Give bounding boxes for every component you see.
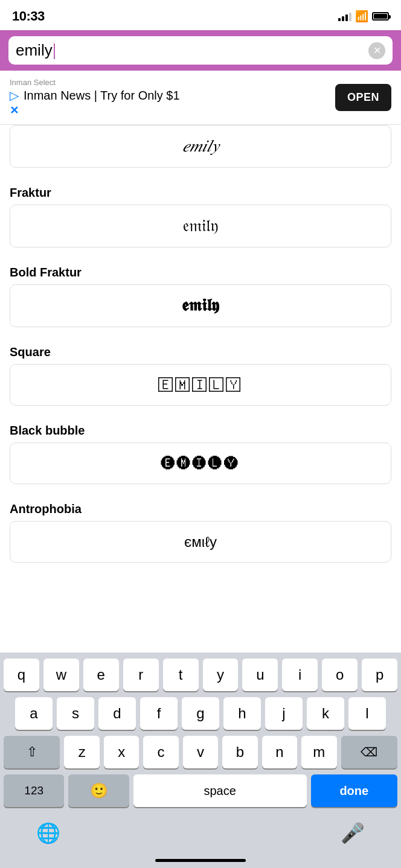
delete-icon: ⌫: [361, 745, 377, 759]
battery-icon: [372, 12, 389, 21]
font-section-square: Square 🄴🄼🄸🄻🅈: [0, 337, 401, 415]
key-p[interactable]: p: [362, 659, 397, 691]
ad-label: Inman Select: [10, 78, 335, 87]
key-k[interactable]: k: [307, 697, 344, 730]
font-label-fraktur: Fraktur: [10, 177, 391, 205]
key-t[interactable]: t: [163, 659, 199, 691]
font-label-bold-fraktur: Bold Fraktur: [10, 257, 391, 284]
bottom-bar: 🌐 🎤: [0, 815, 401, 857]
font-preview-bold-fraktur-text: 𝖊𝖒𝖎𝖑𝖞: [182, 296, 219, 314]
search-input-wrapper[interactable]: emily ✕: [8, 36, 393, 65]
font-label-antrophobia: Antrophobia: [10, 494, 391, 521]
key-d[interactable]: d: [98, 697, 136, 730]
font-preview-fraktur-text: 𝔢𝔪𝔦𝔩𝔶: [182, 216, 219, 235]
text-cursor: [54, 43, 55, 59]
home-indicator-wrapper: [0, 859, 401, 868]
font-preview-antrophobia[interactable]: ємιℓу: [10, 521, 391, 563]
key-shift[interactable]: ⇧: [4, 736, 60, 768]
ad-text: Inman News | Try for Only $1: [24, 89, 180, 103]
font-preview-antrophobia-text: ємιℓу: [184, 534, 217, 550]
key-z[interactable]: z: [64, 736, 99, 768]
font-section-antrophobia: Antrophobia ємιℓу: [0, 494, 401, 572]
font-preview-script[interactable]: 𝑒𝑚𝑖𝑙𝑦: [10, 125, 391, 168]
font-preview-square-text: 🄴🄼🄸🄻🅈: [158, 377, 243, 393]
keyboard: q w e r t y u i o p a s d f g h j k l ⇧: [0, 653, 401, 868]
font-label-square: Square: [10, 337, 391, 364]
key-q[interactable]: q: [4, 659, 39, 691]
key-done[interactable]: done: [311, 774, 397, 807]
key-g[interactable]: g: [182, 697, 219, 730]
key-delete[interactable]: ⌫: [341, 736, 397, 768]
key-u[interactable]: u: [242, 659, 278, 691]
status-time: 10:33: [12, 8, 45, 24]
key-e[interactable]: e: [83, 659, 119, 691]
key-n[interactable]: n: [262, 736, 297, 768]
keyboard-row-3: ⇧ z x c v b n m ⌫: [4, 736, 397, 768]
signal-bars-icon: [338, 11, 351, 21]
key-b[interactable]: b: [222, 736, 257, 768]
key-i[interactable]: i: [282, 659, 318, 691]
ad-open-button[interactable]: OPEN: [335, 84, 391, 111]
key-a[interactable]: a: [15, 697, 53, 730]
home-indicator: [155, 859, 246, 862]
microphone-icon[interactable]: 🎤: [341, 822, 365, 844]
close-ad-icon[interactable]: ✕: [10, 104, 335, 117]
font-preview-script-text: 𝑒𝑚𝑖𝑙𝑦: [182, 136, 219, 155]
key-c[interactable]: c: [143, 736, 178, 768]
key-x[interactable]: x: [104, 736, 139, 768]
keyboard-rows: q w e r t y u i o p a s d f g h j k l ⇧: [0, 653, 401, 815]
font-label-black-bubble: Black bubble: [10, 415, 391, 442]
keyboard-row-4: 123 🙂 space done: [4, 774, 397, 807]
font-section-script: 𝑒𝑚𝑖𝑙𝑦: [0, 125, 401, 177]
font-section-fraktur: Fraktur 𝔢𝔪𝔦𝔩𝔶: [0, 177, 401, 257]
key-m[interactable]: m: [301, 736, 336, 768]
font-section-bold-fraktur: Bold Fraktur 𝖊𝖒𝖎𝖑𝖞: [0, 257, 401, 337]
key-o[interactable]: o: [322, 659, 358, 691]
key-f[interactable]: f: [140, 697, 178, 730]
play-icon: ▷: [10, 88, 19, 103]
search-clear-button[interactable]: ✕: [368, 42, 385, 59]
key-y[interactable]: y: [203, 659, 239, 691]
key-s[interactable]: s: [57, 697, 94, 730]
key-r[interactable]: r: [123, 659, 159, 691]
wifi-icon: 📶: [355, 10, 368, 23]
keyboard-row-1: q w e r t y u i o p: [4, 659, 397, 691]
ad-content: Inman Select ▷ Inman News | Try for Only…: [10, 78, 335, 117]
shift-icon: ⇧: [27, 744, 37, 760]
ad-icon-text: ▷ Inman News | Try for Only $1: [10, 88, 335, 103]
status-bar: 10:33 📶: [0, 0, 401, 30]
ad-banner: Inman Select ▷ Inman News | Try for Only…: [0, 71, 401, 125]
status-icons: 📶: [338, 10, 389, 23]
font-preview-black-bubble-text: 🅔🅜🅘🅛🅨: [161, 455, 240, 471]
font-section-black-bubble: Black bubble 🅔🅜🅘🅛🅨: [0, 415, 401, 494]
key-numbers[interactable]: 123: [4, 774, 64, 807]
key-l[interactable]: l: [348, 697, 386, 730]
search-input[interactable]: emily: [16, 41, 368, 60]
font-preview-bold-fraktur[interactable]: 𝖊𝖒𝖎𝖑𝖞: [10, 284, 391, 327]
key-h[interactable]: h: [223, 697, 261, 730]
globe-icon[interactable]: 🌐: [36, 822, 60, 844]
search-bar: emily ✕: [0, 30, 401, 71]
key-space[interactable]: space: [133, 774, 307, 807]
key-v[interactable]: v: [183, 736, 218, 768]
font-preview-black-bubble[interactable]: 🅔🅜🅘🅛🅨: [10, 442, 391, 484]
key-j[interactable]: j: [265, 697, 303, 730]
keyboard-row-2: a s d f g h j k l: [4, 697, 397, 730]
font-preview-square[interactable]: 🄴🄼🄸🄻🅈: [10, 364, 391, 406]
key-w[interactable]: w: [43, 659, 79, 691]
font-preview-fraktur[interactable]: 𝔢𝔪𝔦𝔩𝔶: [10, 205, 391, 247]
key-emoji[interactable]: 🙂: [68, 774, 129, 807]
